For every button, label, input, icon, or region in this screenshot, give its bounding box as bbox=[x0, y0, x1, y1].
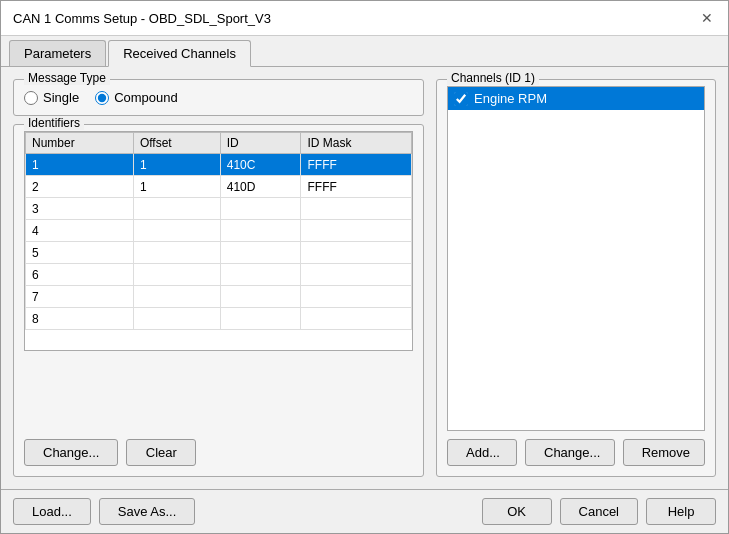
tab-parameters[interactable]: Parameters bbox=[9, 40, 106, 66]
identifiers-group: Identifiers Number Offset ID ID Mask bbox=[13, 124, 424, 477]
radio-single[interactable]: Single bbox=[24, 90, 79, 105]
footer: Load... Save As... OK Cancel Help bbox=[1, 489, 728, 533]
radio-single-label: Single bbox=[43, 90, 79, 105]
radio-single-input[interactable] bbox=[24, 91, 38, 105]
identifiers-table: Number Offset ID ID Mask 11410CFFFF21410… bbox=[25, 132, 412, 330]
channel-checkbox[interactable] bbox=[454, 92, 468, 106]
table-row[interactable]: 4 bbox=[26, 220, 412, 242]
footer-left-buttons: Load... Save As... bbox=[13, 498, 195, 525]
right-panel: Channels (ID 1) Engine RPM Add... Change… bbox=[436, 79, 716, 477]
radio-compound[interactable]: Compound bbox=[95, 90, 178, 105]
table-header-row: Number Offset ID ID Mask bbox=[26, 133, 412, 154]
main-content: Message Type Single Compound Identifiers bbox=[1, 67, 728, 489]
table-row[interactable]: 3 bbox=[26, 198, 412, 220]
channels-remove-button[interactable]: Remove bbox=[623, 439, 705, 466]
window-title: CAN 1 Comms Setup - OBD_SDL_Sport_V3 bbox=[13, 11, 271, 26]
identifiers-buttons: Change... Clear bbox=[24, 439, 413, 466]
footer-right-buttons: OK Cancel Help bbox=[482, 498, 716, 525]
channels-label: Channels (ID 1) bbox=[447, 71, 539, 85]
table-row[interactable]: 21410DFFFF bbox=[26, 176, 412, 198]
load-button[interactable]: Load... bbox=[13, 498, 91, 525]
table-row[interactable]: 6 bbox=[26, 264, 412, 286]
identifiers-table-wrapper[interactable]: Number Offset ID ID Mask 11410CFFFF21410… bbox=[24, 131, 413, 351]
channel-item[interactable]: Engine RPM bbox=[448, 87, 704, 110]
identifiers-label: Identifiers bbox=[24, 116, 84, 130]
col-offset: Offset bbox=[133, 133, 220, 154]
left-panel: Message Type Single Compound Identifiers bbox=[13, 79, 424, 477]
table-row[interactable]: 11410CFFFF bbox=[26, 154, 412, 176]
channels-buttons: Add... Change... Remove bbox=[447, 439, 705, 466]
table-row[interactable]: 5 bbox=[26, 242, 412, 264]
identifiers-table-container: Number Offset ID ID Mask 11410CFFFF21410… bbox=[24, 131, 413, 433]
tab-received-channels[interactable]: Received Channels bbox=[108, 40, 251, 67]
titlebar: CAN 1 Comms Setup - OBD_SDL_Sport_V3 ✕ bbox=[1, 1, 728, 36]
col-number: Number bbox=[26, 133, 134, 154]
table-row[interactable]: 8 bbox=[26, 308, 412, 330]
channels-group: Channels (ID 1) Engine RPM Add... Change… bbox=[436, 79, 716, 477]
help-button[interactable]: Help bbox=[646, 498, 716, 525]
save-as-button[interactable]: Save As... bbox=[99, 498, 196, 525]
identifiers-change-button[interactable]: Change... bbox=[24, 439, 118, 466]
cancel-button[interactable]: Cancel bbox=[560, 498, 638, 525]
message-type-label: Message Type bbox=[24, 71, 110, 85]
col-id: ID bbox=[220, 133, 301, 154]
message-type-options: Single Compound bbox=[24, 90, 413, 105]
main-window: CAN 1 Comms Setup - OBD_SDL_Sport_V3 ✕ P… bbox=[0, 0, 729, 534]
channels-add-button[interactable]: Add... bbox=[447, 439, 517, 466]
radio-compound-input[interactable] bbox=[95, 91, 109, 105]
channel-label: Engine RPM bbox=[474, 91, 547, 106]
identifiers-clear-button[interactable]: Clear bbox=[126, 439, 196, 466]
table-row[interactable]: 7 bbox=[26, 286, 412, 308]
channels-change-button[interactable]: Change... bbox=[525, 439, 615, 466]
message-type-group: Message Type Single Compound bbox=[13, 79, 424, 116]
tab-bar: Parameters Received Channels bbox=[1, 36, 728, 67]
radio-compound-label: Compound bbox=[114, 90, 178, 105]
ok-button[interactable]: OK bbox=[482, 498, 552, 525]
close-button[interactable]: ✕ bbox=[698, 9, 716, 27]
col-id-mask: ID Mask bbox=[301, 133, 412, 154]
channels-list[interactable]: Engine RPM bbox=[447, 86, 705, 431]
